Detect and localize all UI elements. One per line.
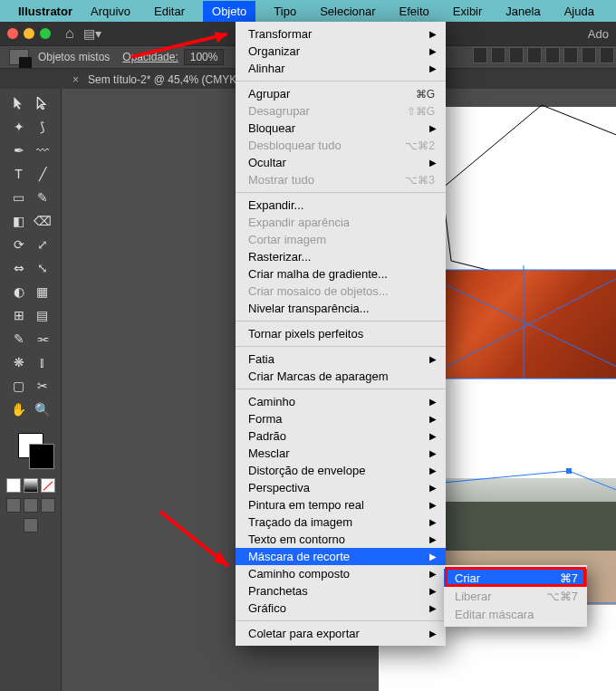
scale-tool-icon[interactable]: ⤢ [32,234,53,255]
menu-item-selecionar[interactable]: Selecionar [314,3,380,20]
menu-item[interactable]: Organizar▶ [236,43,446,60]
menu-item-label: Mesclar [248,446,290,460]
direct-selection-tool-icon[interactable] [32,92,53,114]
menu-item[interactable]: Caminho composto▶ [236,565,446,582]
free-transform-tool-icon[interactable]: ⤡ [32,257,53,279]
slice-tool-icon[interactable]: ✂ [32,375,53,397]
menu-item[interactable]: Gráfico▶ [236,600,446,617]
app-name[interactable]: Illustrator [18,5,72,18]
paintbrush-tool-icon[interactable]: ✎ [32,187,53,208]
menu-item[interactable]: Criar Marcas de aparagem [236,368,446,385]
screen-mode-icon[interactable] [24,518,38,533]
close-tab-icon[interactable]: × [72,73,79,86]
draw-mode-icon[interactable] [6,498,21,513]
menu-item[interactable]: Alinhar▶ [236,60,446,77]
eyedropper-tool-icon[interactable]: ✎ [8,328,30,350]
menu-item[interactable]: Transformar▶ [236,25,446,43]
menu-item-janela[interactable]: Janela [500,3,545,20]
menu-item[interactable]: Caminho▶ [236,393,446,410]
lasso-tool-icon[interactable]: ⟆ [32,116,53,138]
menu-item[interactable]: Pranchetas▶ [236,582,446,600]
selection-tool-icon[interactable] [8,92,30,114]
menu-item-ajuda[interactable]: Ajuda [559,3,600,20]
menu-item[interactable]: Padrão▶ [236,427,446,445]
menu-item[interactable]: Distorção de envelope▶ [236,462,446,479]
window-zoom-icon[interactable] [40,28,51,39]
column-graph-tool-icon[interactable]: ⫿ [32,351,53,373]
magic-wand-tool-icon[interactable]: ✦ [8,116,30,138]
menu-item[interactable]: Nivelar transparência... [236,300,446,317]
blend-tool-icon[interactable]: ⫘ [32,328,53,350]
rotate-tool-icon[interactable]: ⟳ [8,234,30,255]
eraser-tool-icon[interactable]: ⌫ [32,210,53,232]
symbol-sprayer-tool-icon[interactable]: ❋ [8,351,30,373]
menu-item[interactable]: Agrupar⌘G [236,85,446,102]
rectangle-tool-icon[interactable]: ▭ [8,187,30,208]
menu-item-objeto[interactable]: Objeto [203,1,255,22]
menu-item[interactable]: Perspectiva▶ [236,479,446,496]
menu-item-editar[interactable]: Editar [149,3,190,20]
curvature-tool-icon[interactable]: 〰 [32,139,53,161]
gradient-tool-icon[interactable]: ▤ [32,304,53,326]
gradient-mode-icon[interactable] [24,478,38,493]
window-minimize-icon[interactable] [24,28,34,39]
menu-item[interactable]: Pintura em tempo real▶ [236,496,446,513]
align-icon[interactable] [491,47,505,63]
menu-item-exibir[interactable]: Exibir [448,3,488,20]
width-tool-icon[interactable]: ⇔ [8,257,30,279]
shape-builder-tool-icon[interactable]: ◐ [8,281,30,302]
menu-item[interactable]: Coletar para exportar▶ [236,625,446,642]
opacity-label[interactable]: Opacidade: [122,51,178,63]
type-tool-icon[interactable]: T [8,163,30,185]
menu-separator [236,192,446,193]
menu-item-efeito[interactable]: Efeito [394,3,435,20]
draw-inside-icon[interactable] [41,498,55,513]
menu-item[interactable]: Forma▶ [236,410,446,427]
menu-item[interactable]: Rasterizar... [236,248,446,265]
align-icon[interactable] [563,47,578,63]
menu-item[interactable]: Criar malha de gradiente... [236,265,446,283]
menu-item-arquivo[interactable]: Arquivo [85,3,136,20]
menu-item[interactable]: Expandir... [236,197,446,214]
stroke-swatch-icon[interactable] [29,444,54,469]
panel-layout-icon[interactable]: ▤▾ [83,26,101,41]
align-icon[interactable] [473,47,487,63]
menu-item[interactable]: Texto em contorno▶ [236,531,446,548]
align-icon[interactable] [527,47,542,63]
align-icon[interactable] [545,47,560,63]
submenu-arrow-icon: ▶ [429,397,437,407]
submenu-arrow-icon: ▶ [429,448,437,458]
menu-item[interactable]: Ocultar▶ [236,154,446,171]
opacity-input[interactable]: 100% [184,49,225,65]
menu-item[interactable]: Bloquear▶ [236,120,446,137]
fill-stroke-thumb-icon[interactable] [9,49,29,65]
menu-item[interactable]: Traçado da imagem▶ [236,513,446,531]
menu-item[interactable]: Fatia▶ [236,350,446,368]
menu-item-label: Padrão [248,429,286,443]
hand-tool-icon[interactable]: ✋ [8,398,30,420]
align-icon[interactable] [600,47,614,63]
menu-item-tipo[interactable]: Tipo [268,3,302,20]
submenu-arrow-icon: ▶ [429,46,437,56]
artboard-tool-icon[interactable]: ▢ [8,375,30,397]
submenu-arrow-icon: ▶ [429,552,437,561]
shaper-tool-icon[interactable]: ◧ [8,210,30,232]
perspective-tool-icon[interactable]: ▦ [32,281,53,302]
document-tab-title[interactable]: Sem título-2* @ 45,4% (CMYK/ [88,73,240,86]
submenu-item[interactable]: Criar⌘7 [444,569,587,587]
line-tool-icon[interactable]: ╱ [32,163,53,185]
align-icon[interactable] [509,47,524,63]
draw-behind-icon[interactable] [24,498,38,513]
mesh-tool-icon[interactable]: ⊞ [8,304,30,326]
home-icon[interactable]: ⌂ [65,25,74,42]
align-icon[interactable] [582,47,596,63]
window-close-icon[interactable] [7,28,18,39]
fill-stroke-swatch[interactable] [18,433,43,458]
zoom-tool-icon[interactable]: 🔍 [32,398,53,420]
color-mode-icon[interactable] [6,478,21,493]
none-mode-icon[interactable] [41,478,55,493]
menu-item[interactable]: Mesclar▶ [236,445,446,462]
menu-item[interactable]: Tornar pixels perfeitos [236,325,446,342]
menu-item[interactable]: Máscara de recorte▶ [236,548,446,565]
pen-tool-icon[interactable]: ✒ [8,139,30,161]
